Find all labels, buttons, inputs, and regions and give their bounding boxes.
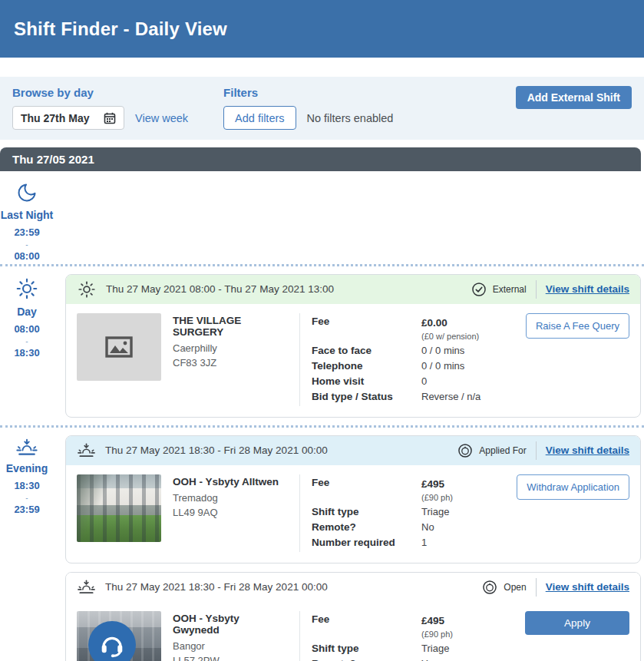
detail-row: Home visit 0	[312, 375, 501, 387]
venue-town: Bangor	[173, 639, 288, 654]
period-dash: -	[25, 494, 28, 503]
detail-row: Remote? No	[312, 521, 501, 533]
venue-postcode: LL57 2PW	[173, 653, 288, 661]
sunset-icon	[15, 438, 38, 457]
view-shift-details-link[interactable]: View shift details	[546, 445, 629, 456]
shift-time-range: Thu 27 May 2021 18:30 - Fri 28 May 2021 …	[105, 581, 328, 593]
filters-label: Filters	[223, 86, 393, 99]
venue-postcode: LL49 9AQ	[173, 505, 288, 521]
raise-fee-query-button[interactable]: Raise A Fee Query	[526, 313, 629, 339]
detail-row: Remote? Yes	[312, 658, 501, 661]
view-shift-details-link[interactable]: View shift details	[546, 283, 629, 295]
section-evening: Evening 18:30 - 23:59	[0, 428, 644, 661]
detail-row-fee: Fee £0.00 (£0 w/ pension)	[312, 316, 501, 341]
period-name: Evening	[6, 462, 48, 474]
toolbar: Browse by day Thu 27th May View week Fil…	[0, 77, 644, 140]
date-picker-value: Thu 27th May	[21, 112, 89, 124]
status-badge: External	[471, 281, 527, 298]
withdraw-application-button[interactable]: Withdraw Application	[517, 474, 629, 500]
remote-shift-badge	[88, 621, 136, 661]
fee-value: £0.00	[421, 317, 447, 329]
sunset-icon	[77, 580, 96, 595]
period-end: 18:30	[14, 346, 39, 361]
status-badge: Applied For	[457, 442, 526, 459]
image-placeholder-icon	[105, 336, 133, 358]
day-cards: Thu 27 May 2021 08:00 - Thu 27 May 2021 …	[54, 266, 644, 425]
browse-by-day-group: Browse by day Thu 27th May View week	[12, 86, 188, 130]
add-external-shift-button[interactable]: Add External Shift	[516, 86, 632, 109]
view-week-link[interactable]: View week	[135, 112, 188, 124]
period-dash: -	[25, 240, 28, 250]
date-bar: Thu 27/05 2021	[0, 147, 641, 171]
shift-card-ysbyty-alltwen: Thu 27 May 2021 18:30 - Fri 28 May 2021 …	[65, 435, 641, 564]
fee-value: £495	[421, 478, 444, 490]
venue-photo	[77, 611, 161, 661]
shift-card-header: Thu 27 May 2021 18:30 - Fri 28 May 2021 …	[66, 573, 640, 602]
status-text: Open	[504, 582, 526, 593]
venue-postcode: CF83 3JZ	[173, 355, 288, 371]
sun-icon	[77, 279, 97, 299]
shift-details: Fee £495 (£90 ph) Shift type Triage Remo…	[312, 611, 501, 661]
period-evening: Evening 18:30 - 23:59	[0, 428, 54, 661]
shift-details: Fee £0.00 (£0 w/ pension) Face to face 0…	[312, 313, 501, 406]
no-filters-text: No filters enabled	[307, 112, 394, 124]
view-shift-details-link[interactable]: View shift details	[546, 581, 629, 593]
page-title: Shift Finder - Daily View	[14, 18, 227, 40]
shift-card-body: OOH - Ysbyty Alltwen Tremadog LL49 9AQ F…	[66, 465, 640, 563]
sunset-icon	[77, 443, 96, 458]
shift-card-header: Thu 27 May 2021 08:00 - Thu 27 May 2021 …	[66, 275, 640, 304]
filters-group: Filters Add filters No filters enabled	[223, 86, 393, 130]
browse-by-day-label: Browse by day	[12, 86, 188, 99]
period-start: 23:59	[14, 226, 39, 240]
venue-name: OOH - Ysbyty Alltwen	[173, 476, 288, 487]
add-filters-button[interactable]: Add filters	[223, 106, 296, 130]
shift-time-range: Thu 27 May 2021 08:00 - Thu 27 May 2021 …	[106, 283, 334, 295]
check-circle-icon	[471, 281, 487, 298]
header-divider	[536, 441, 537, 460]
shift-card-ysbyty-gwynedd: Thu 27 May 2021 18:30 - Fri 28 May 2021 …	[65, 572, 641, 661]
app-header: Shift Finder - Daily View	[0, 0, 644, 58]
venue-photo	[77, 474, 161, 542]
period-start: 18:30	[14, 479, 39, 494]
period-day: Day 08:00 - 18:30	[0, 266, 54, 425]
venue-info: OOH - Ysbyty Alltwen Tremadog LL49 9AQ	[173, 474, 288, 552]
venue-town: Caerphilly	[173, 341, 288, 356]
section-last-night: Last Night 23:59 - 08:00	[0, 171, 644, 264]
detail-row: Shift type Triage	[312, 643, 501, 654]
apply-button[interactable]: Apply	[525, 611, 629, 635]
header-divider	[536, 578, 537, 597]
header-divider	[536, 280, 537, 299]
period-name: Day	[17, 306, 37, 318]
body-divider	[299, 474, 300, 552]
card-action: Withdraw Application	[513, 474, 629, 552]
status-badge: Open	[481, 579, 526, 596]
date-picker-button[interactable]: Thu 27th May	[12, 106, 124, 130]
venue-info: OOH - Ysbyty Gwynedd Bangor LL57 2PW	[173, 611, 288, 661]
detail-row-fee: Fee £495 (£90 ph)	[312, 613, 501, 639]
fee-sub-value: (£90 ph)	[421, 493, 453, 502]
fee-value: £495	[421, 615, 444, 626]
headset-icon	[97, 630, 127, 659]
fee-sub-value: (£0 w/ pension)	[421, 332, 479, 341]
last-night-cards	[54, 171, 644, 264]
period-start: 08:00	[14, 322, 39, 337]
moon-icon	[16, 182, 38, 203]
clock-circle-icon	[481, 579, 498, 596]
detail-row: Bid type / Status Reverse / n/a	[312, 391, 501, 402]
venue-name: OOH - Ysbyty Gwynedd	[173, 613, 288, 636]
detail-row: Face to face 0 / 0 mins	[312, 345, 501, 356]
shift-card-body: THE VILLAGE SURGERY Caerphilly CF83 3JZ …	[66, 304, 640, 417]
fee-sub-value: (£90 ph)	[421, 630, 453, 639]
shift-details: Fee £495 (£90 ph) Shift type Triage Remo…	[312, 474, 501, 552]
period-dash: -	[25, 337, 28, 346]
shift-card-header: Thu 27 May 2021 18:30 - Fri 28 May 2021 …	[66, 436, 640, 465]
clock-circle-icon	[457, 442, 474, 459]
shift-time-range: Thu 27 May 2021 18:30 - Fri 28 May 2021 …	[105, 445, 328, 456]
shift-card-body: OOH - Ysbyty Gwynedd Bangor LL57 2PW Fee…	[66, 602, 640, 661]
status-text: External	[493, 284, 527, 295]
body-divider	[299, 313, 300, 406]
section-day: Day 08:00 - 18:30	[0, 266, 644, 425]
evening-cards: Thu 27 May 2021 18:30 - Fri 28 May 2021 …	[54, 428, 644, 661]
card-action: Raise A Fee Query	[513, 313, 629, 406]
calendar-icon	[104, 112, 116, 124]
